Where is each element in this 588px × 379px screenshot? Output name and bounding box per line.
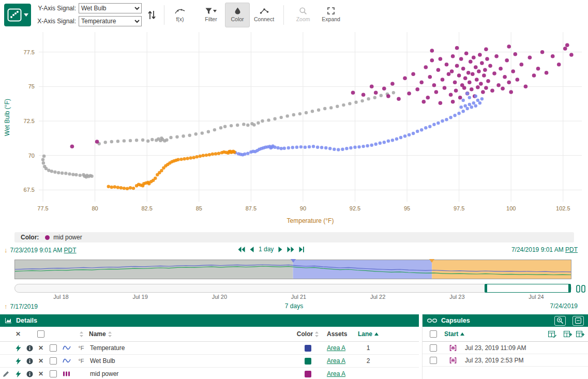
step-size-label[interactable]: 1 day: [259, 246, 274, 253]
select-all-capsules-checkbox[interactable]: [430, 330, 437, 338]
connect-icon: [260, 7, 269, 14]
display-range-marker[interactable]: [291, 259, 296, 263]
color-swatch[interactable]: [305, 345, 311, 352]
toolbar-divider: [164, 5, 164, 25]
capsule-icon: [449, 357, 457, 363]
lane-column-header[interactable]: Lane: [358, 330, 379, 338]
info-icon[interactable]: [26, 345, 33, 352]
column-editor-icon[interactable]: [548, 331, 556, 338]
legend-color-dot: [45, 235, 50, 240]
display-range-end[interactable]: 7/24/2019 9:01 AM PDT: [511, 246, 578, 253]
item-checkbox[interactable]: [50, 370, 57, 377]
legend-item-label: mid power: [53, 234, 82, 241]
range-scrollbar-handle[interactable]: [485, 284, 571, 293]
display-range-start[interactable]: 7/23/2019 9:01 AM PDT: [10, 247, 77, 254]
timebar-preview[interactable]: [14, 260, 571, 279]
item-checkbox[interactable]: [50, 344, 57, 352]
capsule-row[interactable]: Jul 23, 2019 11:09 AM: [423, 342, 588, 354]
y-axis-signal-select[interactable]: Wet Bulb: [79, 3, 142, 13]
svg-text:77.5: 77.5: [37, 205, 48, 211]
info-icon[interactable]: [26, 371, 33, 377]
svg-text:85: 85: [196, 205, 202, 211]
preview-bolt-icon[interactable]: [16, 358, 21, 365]
fx-tool-button[interactable]: f(x): [168, 3, 192, 27]
details-panel-header: Details: [0, 314, 419, 327]
x-axis-signal-select[interactable]: Temperature: [79, 16, 142, 26]
capsules-icon: [427, 317, 437, 324]
step-forward-half-button[interactable]: [287, 247, 294, 252]
zoom-to-capsule-button[interactable]: [554, 316, 566, 326]
assets-column-header[interactable]: Assets: [327, 330, 347, 338]
asset-link[interactable]: Area A: [327, 357, 345, 365]
day-label: Jul 22: [370, 294, 385, 300]
capsule-row[interactable]: Jul 23, 2019 2:53 PM: [423, 354, 588, 367]
info-icon[interactable]: [26, 358, 33, 365]
asset-link[interactable]: Area A: [327, 344, 345, 352]
remove-item-icon[interactable]: ✕: [38, 345, 43, 351]
capsule-time-icon[interactable]: [575, 284, 586, 293]
step-back-half-button[interactable]: [238, 247, 245, 252]
svg-text:92.5: 92.5: [350, 205, 360, 211]
item-name: Wet Bulb: [89, 355, 295, 367]
investigate-range-duration[interactable]: 7 days: [285, 302, 303, 310]
color-swatch[interactable]: [305, 371, 311, 377]
fx-icon: [175, 8, 185, 14]
toolbar-divider: [283, 5, 284, 25]
display-range-marker[interactable]: [429, 259, 434, 263]
svg-text:95: 95: [404, 205, 410, 211]
preview-bolt-icon[interactable]: [16, 345, 21, 352]
svg-text:90: 90: [300, 205, 306, 211]
legend-label: Color:: [21, 234, 39, 241]
svg-text:87.5: 87.5: [246, 205, 257, 211]
day-label: Jul 20: [212, 294, 227, 300]
asset-link[interactable]: Area A: [327, 370, 345, 377]
capsule-checkbox[interactable]: [430, 344, 437, 352]
condition-icon: [63, 371, 71, 377]
range-scrollbar-track[interactable]: [14, 284, 571, 293]
remove-item-icon[interactable]: ✕: [38, 358, 43, 364]
capsule-checkbox[interactable]: [430, 357, 437, 364]
step-forward-button[interactable]: [278, 247, 282, 252]
item-lane: 1: [354, 342, 383, 354]
remove-all-items-icon[interactable]: ✕: [16, 331, 21, 337]
step-back-button[interactable]: [250, 247, 254, 252]
add-property-column-icon[interactable]: [564, 331, 572, 338]
swap-axes-icon: [147, 9, 156, 21]
expand-tool-button[interactable]: Expand: [319, 3, 343, 27]
capsules-panel: Capsules Start: [422, 314, 588, 379]
select-all-items-checkbox[interactable]: [37, 330, 44, 338]
name-column-header[interactable]: Name: [89, 330, 112, 338]
step-to-now-button[interactable]: [299, 247, 304, 252]
color-column-header[interactable]: Color: [297, 330, 319, 338]
filter-funnel-icon: [205, 8, 217, 14]
filter-tool-button[interactable]: Filter: [199, 3, 223, 27]
investigate-range: ↑ 7/17/2019 7 days 7/24/2019: [0, 302, 588, 312]
connect-tool-button[interactable]: Connect: [252, 3, 276, 27]
color-tool-button[interactable]: Color: [225, 3, 250, 27]
item-lane: [354, 368, 383, 379]
investigate-range-end[interactable]: 7/24/2019: [550, 302, 578, 310]
item-unit: °F: [73, 342, 89, 354]
color-swatch[interactable]: [305, 358, 311, 365]
swap-axes-button[interactable]: [146, 5, 157, 25]
time-range-controls: ↓ 7/23/2019 9:01 AM PDT 1 day 7/24/2019 …: [0, 245, 588, 256]
day-label: Jul 23: [449, 294, 464, 300]
add-stat-column-icon[interactable]: [576, 331, 584, 338]
svg-text:70: 70: [28, 153, 35, 159]
remove-item-icon[interactable]: ✕: [38, 371, 43, 377]
start-column-header[interactable]: Start: [444, 330, 464, 338]
toolbar: Y-Axis Signal: Wet Bulb X-Axis Signal: T…: [0, 0, 588, 29]
svg-text:67.5: 67.5: [24, 187, 35, 193]
edit-pencil-icon[interactable]: [3, 371, 9, 377]
svg-text:102.5: 102.5: [556, 205, 570, 211]
scatter-plot[interactable]: 77.58082.58587.59092.59597.5100102.567.5…: [0, 29, 588, 231]
svg-text:100: 100: [506, 205, 516, 211]
sort-icon[interactable]: [80, 331, 83, 337]
x-axis-title: Temperature (°F): [287, 217, 334, 224]
preview-bolt-icon[interactable]: [16, 371, 21, 377]
zoom-magnifier-icon: [299, 7, 307, 14]
collapse-panel-button[interactable]: [572, 316, 584, 326]
investigate-range-start[interactable]: 7/17/2019: [10, 303, 38, 310]
item-checkbox[interactable]: [50, 357, 57, 365]
scatterplot-menu-button[interactable]: [4, 4, 31, 26]
